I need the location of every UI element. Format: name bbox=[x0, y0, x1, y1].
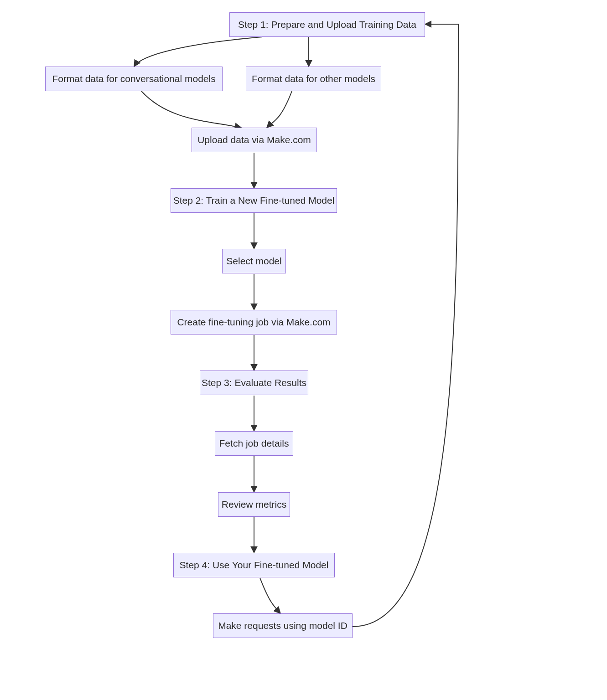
node-review-metrics: Review metrics bbox=[218, 492, 290, 517]
node-label: Step 3: Evaluate Results bbox=[202, 376, 306, 389]
flowchart-edges bbox=[0, 0, 607, 700]
node-label: Step 4: Use Your Fine-tuned Model bbox=[180, 559, 329, 571]
node-step4: Step 4: Use Your Fine-tuned Model bbox=[173, 553, 335, 577]
node-step1: Step 1: Prepare and Upload Training Data bbox=[229, 12, 425, 37]
node-select-model: Select model bbox=[222, 249, 286, 273]
node-label: Format data for conversational models bbox=[52, 72, 215, 85]
node-label: Format data for other models bbox=[252, 72, 375, 85]
node-fetch-details: Fetch job details bbox=[215, 431, 293, 456]
node-step2: Step 2: Train a New Fine-tuned Model bbox=[171, 188, 337, 213]
node-label: Upload data via Make.com bbox=[197, 134, 311, 146]
node-label: Fetch job details bbox=[219, 437, 289, 449]
node-upload: Upload data via Make.com bbox=[192, 128, 317, 152]
node-format-other: Format data for other models bbox=[246, 67, 381, 91]
node-label: Step 2: Train a New Fine-tuned Model bbox=[173, 194, 335, 206]
node-label: Make requests using model ID bbox=[218, 619, 348, 632]
flowchart-canvas: Step 1: Prepare and Upload Training Data… bbox=[0, 0, 607, 700]
node-label: Create fine-tuning job via Make.com bbox=[177, 316, 330, 328]
node-create-job: Create fine-tuning job via Make.com bbox=[171, 310, 337, 335]
node-step3: Step 3: Evaluate Results bbox=[200, 371, 308, 395]
node-label: Step 1: Prepare and Upload Training Data bbox=[238, 18, 416, 31]
node-make-requests: Make requests using model ID bbox=[213, 613, 353, 638]
node-format-conversational: Format data for conversational models bbox=[45, 67, 223, 91]
node-label: Select model bbox=[226, 255, 281, 267]
node-label: Review metrics bbox=[222, 498, 286, 510]
